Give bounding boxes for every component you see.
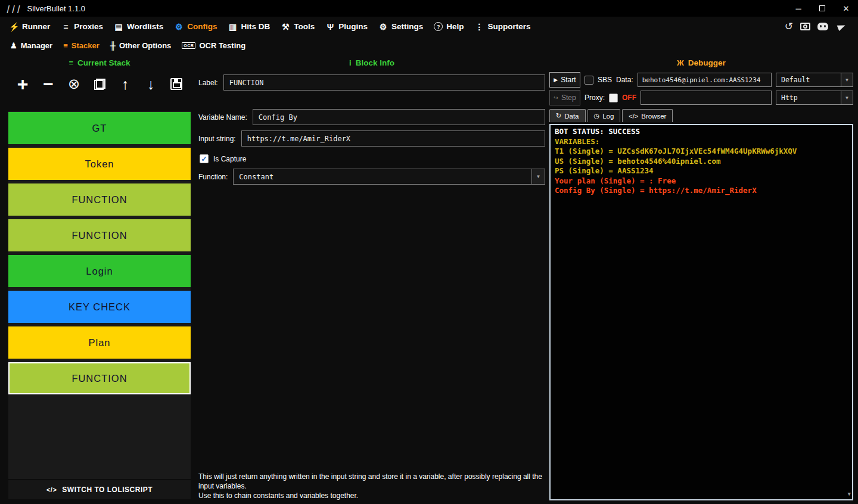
configs-icon: ⚙ (174, 22, 184, 32)
log-line: PS (Single) = AASS1234 (555, 166, 848, 176)
proxy-label: Proxy: (585, 94, 605, 102)
stack-toolbar: + − ⊗ ↑ ↓ (8, 72, 191, 96)
save-config-button[interactable] (167, 75, 185, 93)
remove-block-button[interactable]: − (39, 75, 57, 93)
submenu-item-other-options[interactable]: ╫ Other Options (105, 41, 177, 50)
log-line: Your plan (Single) = : Free (555, 176, 848, 186)
code-icon: </> (629, 113, 638, 120)
menu-item-proxies[interactable]: ≡ Proxies (55, 17, 108, 36)
manager-icon: ♟ (10, 41, 17, 50)
stack-block[interactable]: FUNCTION (8, 183, 191, 216)
debugger-panel: Ж Debugger ▶ Start SBS Data: Default ▼ ↪… (549, 58, 853, 500)
app-logo-icon: ||| (5, 4, 23, 13)
submenu-label: Manager (21, 41, 52, 50)
scroll-down-icon[interactable]: ▼ (848, 489, 851, 499)
submenu-item-ocr-testing[interactable]: OCR OCR Testing (176, 41, 251, 50)
minimize-button[interactable]: ─ (786, 0, 810, 17)
app-title: SilverBullet 1.1.0 (27, 4, 85, 13)
menu-item-wordlists[interactable]: ▤ Wordlists (108, 17, 169, 36)
clone-block-button[interactable] (91, 75, 108, 93)
maximize-button[interactable] (810, 0, 834, 17)
stack-panel-header: ≡ Current Stack (8, 58, 191, 67)
input-string-label: Input string: (198, 135, 236, 143)
submenu-label: OCR Testing (199, 41, 245, 50)
sbs-label: SBS (598, 76, 612, 84)
menu-label: Runner (22, 22, 50, 31)
stack-panel-title: Current Stack (77, 58, 130, 67)
wordlist-type-value: Default (776, 73, 841, 86)
label-input[interactable] (223, 74, 545, 91)
block-label: KEY CHECK (69, 301, 130, 313)
description-line: This will just return anything written i… (198, 472, 545, 491)
maximize-icon (819, 5, 825, 11)
stack-block[interactable]: GT (8, 112, 191, 144)
stack-block-selected[interactable]: FUNCTION (8, 362, 191, 394)
switch-to-loliscript-button[interactable]: </> SWITCH TO LOLISCRIPT (8, 479, 191, 499)
move-down-button[interactable]: ↓ (142, 75, 160, 93)
hits-db-icon: ▥ (228, 22, 238, 32)
proxy-checkbox[interactable] (609, 94, 618, 102)
submenu-item-stacker[interactable]: ≡ Stacker (58, 41, 105, 50)
stack-block[interactable]: KEY CHECK (8, 291, 191, 323)
proxy-input[interactable] (641, 91, 772, 105)
menu-label: Plugins (338, 22, 368, 31)
stack-block[interactable]: Plan (8, 326, 191, 359)
is-capture-checkbox[interactable]: ✓ (200, 154, 209, 163)
clear-stack-button[interactable]: ⊗ (65, 75, 83, 93)
camera-icon[interactable] (800, 23, 810, 30)
input-string-input[interactable] (241, 130, 545, 147)
proxy-type-select[interactable]: Http ▼ (776, 91, 853, 105)
debugger-output[interactable]: BOT STATUS: SUCCESS VARIABLES: T1 (Singl… (549, 124, 853, 500)
start-button[interactable]: ▶ Start (549, 72, 580, 88)
window-controls: ─ ✕ (786, 0, 858, 17)
stack-block[interactable]: Login (8, 255, 191, 287)
log-line: T1 (Single) = UZCsSdK67oJL7OIjxVEc54fWM4… (555, 147, 848, 157)
label-field-label: Label: (198, 79, 218, 87)
block-label: GT (92, 123, 107, 134)
function-select[interactable]: Constant ▼ (233, 169, 545, 185)
function-label: Function: (198, 173, 228, 181)
stack-block[interactable]: Token (8, 148, 191, 180)
stack-block[interactable]: FUNCTION (8, 219, 191, 251)
menu-item-help[interactable]: ? Help (428, 17, 469, 36)
tab-browser[interactable]: </> Browser (622, 109, 673, 122)
menu-label: Settings (391, 22, 423, 31)
menu-item-settings[interactable]: ⚙ Settings (373, 17, 428, 36)
step-button[interactable]: ↪ Step (549, 90, 580, 105)
menu-item-plugins[interactable]: Ψ Plugins (320, 17, 373, 36)
discord-icon[interactable] (817, 23, 828, 30)
menu-item-configs[interactable]: ⚙ Configs (169, 17, 222, 36)
wordlist-type-select[interactable]: Default ▼ (776, 73, 853, 87)
info-icon: i (349, 58, 352, 67)
telegram-icon[interactable] (835, 21, 847, 32)
menubar: ⚡ Runner ≡ Proxies ▤ Wordlists ⚙ Configs… (0, 17, 858, 36)
plugins-icon: Ψ (325, 22, 335, 32)
play-icon: ▶ (554, 77, 558, 83)
data-input[interactable] (638, 73, 772, 87)
submenu-label: Other Options (119, 41, 171, 50)
block-label: Plan (88, 337, 110, 349)
history-icon[interactable]: ↺ (785, 20, 793, 33)
menu-item-runner[interactable]: ⚡ Runner (4, 17, 55, 36)
log-line: Config By (Single) = https://t.me/Amir_R… (555, 186, 848, 196)
step-icon: ↪ (554, 95, 558, 101)
switch-label: SWITCH TO LOLISCRIPT (62, 486, 153, 494)
sbs-checkbox[interactable] (585, 76, 593, 85)
close-button[interactable]: ✕ (834, 0, 858, 17)
menu-item-hitsdb[interactable]: ▥ Hits DB (223, 17, 276, 36)
menu-item-tools[interactable]: ⚒ Tools (275, 17, 320, 36)
variable-name-input[interactable] (253, 109, 545, 125)
menu-label: Configs (187, 22, 217, 31)
move-up-button[interactable]: ↑ (116, 75, 134, 93)
menu-label: Hits DB (241, 22, 271, 31)
tab-data[interactable]: ↻ Data (549, 109, 586, 122)
block-label: FUNCTION (72, 373, 127, 384)
tab-log[interactable]: ◷ Log (587, 109, 621, 122)
add-block-button[interactable]: + (14, 75, 32, 93)
copy-icon (94, 79, 105, 90)
supporters-icon: ⋮ (475, 22, 484, 32)
dropdown-arrow-icon: ▼ (841, 73, 853, 86)
menu-item-supporters[interactable]: ⋮ Supporters (470, 17, 536, 36)
clock-icon: ◷ (594, 112, 600, 120)
submenu-item-manager[interactable]: ♟ Manager (5, 41, 58, 50)
